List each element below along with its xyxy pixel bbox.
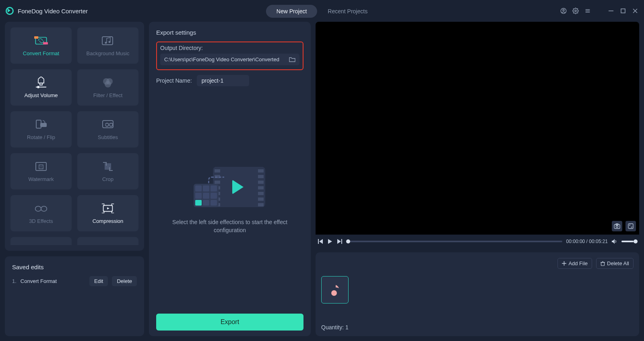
saved-edits-panel: Saved edits 1. Convert Format Edit Delet…: [5, 256, 144, 336]
svg-point-20: [105, 81, 111, 87]
tile-label: Rotate / Flip: [27, 134, 55, 140]
illustration-area: Select the left side effections to start…: [156, 86, 303, 314]
rotate-icon: [34, 119, 48, 130]
effect-crop[interactable]: Crop: [77, 153, 138, 189]
sidebar: Convert Format Background Music Adjust V…: [5, 22, 144, 336]
svg-point-38: [616, 226, 618, 228]
project-name-input[interactable]: project-1: [197, 75, 249, 86]
app-logo-icon: [6, 7, 14, 15]
prev-icon[interactable]: [318, 239, 324, 244]
tab-recent-projects[interactable]: Recent Projects: [317, 5, 378, 18]
minimize-icon[interactable]: [608, 8, 614, 14]
app-title: FoneDog Video Converter: [18, 8, 88, 15]
tile-label: Background Music: [87, 50, 130, 56]
browse-folder-icon[interactable]: [289, 57, 295, 62]
saved-edit-row: 1. Convert Format Edit Delete: [12, 276, 137, 286]
main-layout: Convert Format Background Music Adjust V…: [0, 22, 644, 341]
export-hint-text: Select the left side effections to start…: [156, 218, 303, 234]
seek-slider[interactable]: [346, 241, 562, 242]
tile-label: Subtitles: [98, 134, 118, 140]
svg-rect-45: [341, 239, 342, 244]
effect-compression[interactable]: Compression: [77, 195, 138, 231]
effect-extra-1[interactable]: [10, 237, 72, 245]
saved-edit-index: 1.: [12, 278, 17, 284]
saved-edits-title: Saved edits: [12, 264, 137, 270]
saved-edit-button[interactable]: Edit: [89, 276, 108, 286]
export-section-title: Export settings: [156, 29, 303, 36]
fullscreen-icon[interactable]: [625, 221, 636, 231]
music-file-icon: [329, 283, 341, 296]
svg-rect-22: [40, 123, 47, 127]
tile-label: 3D Effects: [29, 218, 53, 224]
effect-background-music[interactable]: Background Music: [77, 27, 138, 64]
add-file-label: Add File: [568, 260, 588, 266]
right-panel: 00:00:00 / 00:05:21 Add File Delete All: [316, 22, 639, 336]
export-panel: Export settings Output Directory: C:\Use…: [149, 22, 311, 336]
close-icon[interactable]: [632, 8, 638, 14]
preview-tools: [612, 221, 636, 231]
svg-marker-43: [328, 239, 332, 244]
add-file-button[interactable]: Add File: [557, 258, 592, 269]
svg-marker-46: [612, 239, 615, 244]
svg-point-1: [563, 9, 564, 11]
svg-point-29: [35, 206, 41, 211]
video-preview[interactable]: [316, 22, 639, 235]
effect-watermark[interactable]: T Watermark: [10, 153, 72, 189]
snapshot-icon[interactable]: [612, 221, 622, 231]
effect-convert-format[interactable]: Convert Format: [10, 27, 72, 64]
3d-glasses-icon: [34, 203, 48, 214]
svg-rect-49: [601, 262, 605, 266]
play-icon[interactable]: [328, 239, 332, 244]
project-name-row: Project Name: project-1: [156, 75, 303, 86]
files-toolbar: Add File Delete All: [321, 258, 634, 269]
tile-label: Crop: [102, 176, 114, 182]
volume-icon: [34, 77, 48, 88]
tab-group: New Project Recent Projects: [266, 5, 378, 18]
svg-point-2: [575, 10, 576, 12]
tile-label: Watermark: [28, 176, 54, 182]
settings-icon[interactable]: [572, 8, 579, 14]
tile-label: Adjust Volume: [24, 92, 58, 98]
svg-rect-40: [628, 224, 633, 229]
crop-icon: [101, 161, 115, 172]
account-icon[interactable]: [560, 8, 567, 14]
svg-point-30: [41, 206, 47, 211]
delete-all-button[interactable]: Delete All: [596, 258, 634, 269]
convert-format-icon: [34, 35, 48, 46]
effect-filter-effect[interactable]: Filter / Effect: [77, 69, 138, 106]
effect-subtitles[interactable]: Subtitles: [77, 111, 138, 148]
effect-3d-effects[interactable]: 3D Effects: [10, 195, 72, 231]
player-controls: 00:00:00 / 00:05:21: [316, 235, 639, 248]
svg-text:T: T: [40, 165, 42, 169]
delete-all-label: Delete All: [607, 260, 629, 266]
placeholder-illustration-icon: [194, 165, 266, 209]
effect-rotate-flip[interactable]: Rotate / Flip: [10, 111, 72, 148]
svg-rect-11: [34, 36, 38, 38]
svg-marker-33: [107, 207, 109, 210]
quantity-label: Quantity: 1: [321, 324, 634, 331]
volume-icon[interactable]: [612, 239, 617, 244]
compression-icon: [101, 203, 115, 214]
volume-slider[interactable]: [621, 241, 637, 242]
next-icon[interactable]: [336, 239, 342, 244]
effect-adjust-volume[interactable]: Adjust Volume: [10, 69, 72, 106]
watermark-icon: T: [34, 161, 48, 172]
project-name-label: Project Name:: [156, 77, 192, 84]
svg-marker-42: [319, 239, 323, 244]
svg-point-52: [331, 290, 337, 296]
svg-rect-28: [105, 163, 111, 170]
file-thumbnail[interactable]: [321, 276, 349, 304]
svg-rect-7: [621, 9, 625, 13]
saved-edit-name: Convert Format: [21, 278, 85, 284]
music-icon: [101, 35, 115, 46]
menu-icon[interactable]: [584, 8, 591, 14]
output-directory-input[interactable]: C:\Users\pc\FoneDog Video Converter\Conv…: [160, 54, 299, 65]
time-display: 00:00:00 / 00:05:21: [566, 239, 608, 244]
tab-new-project[interactable]: New Project: [266, 5, 317, 18]
export-button[interactable]: Export: [156, 314, 303, 331]
saved-delete-button[interactable]: Delete: [112, 276, 137, 286]
titlebar-right: [560, 8, 638, 14]
maximize-icon[interactable]: [620, 8, 626, 14]
effect-extra-2[interactable]: [77, 237, 138, 245]
svg-point-17: [37, 86, 39, 88]
